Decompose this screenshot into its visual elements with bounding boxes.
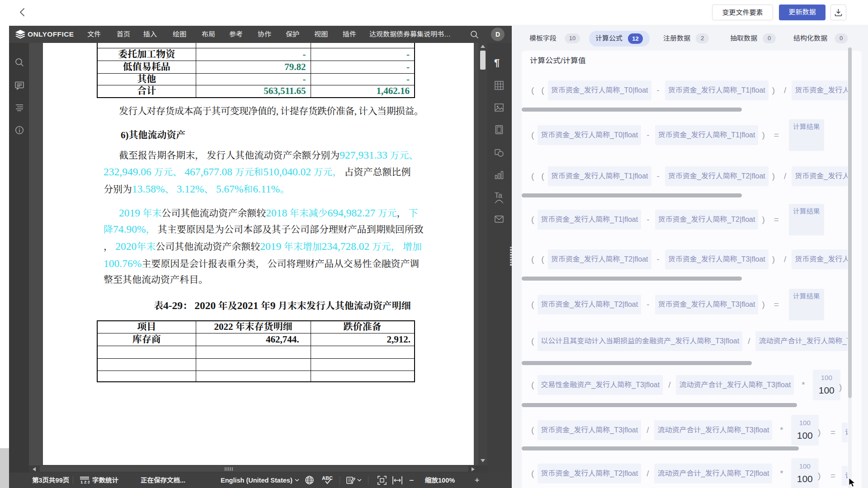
svg-text:ABC: ABC (322, 475, 333, 481)
svg-text:1 2 3: 1 2 3 (80, 479, 90, 484)
